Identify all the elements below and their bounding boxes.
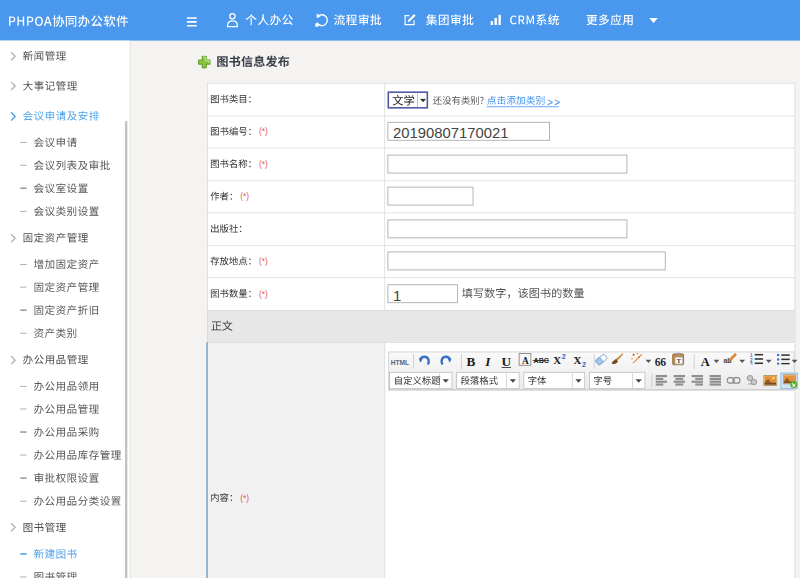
svg-text:3: 3 <box>750 362 753 365</box>
